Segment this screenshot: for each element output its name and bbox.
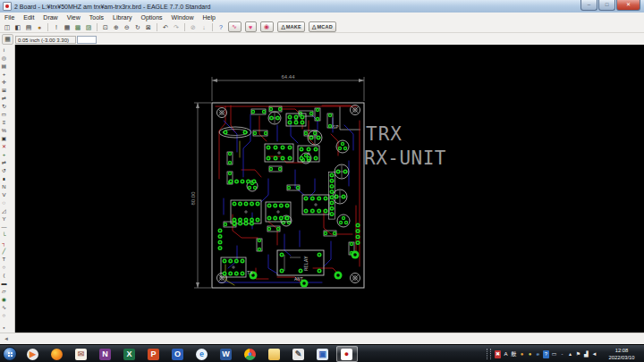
ratsnest-tool-button[interactable]: *	[0, 325, 7, 333]
rotate-tool-button[interactable]: ↻	[0, 103, 7, 110]
ime-mode-indicator[interactable]: 般	[511, 350, 517, 358]
pinswap-tool-button[interactable]: ⇄	[0, 159, 7, 166]
tray-app-1-icon[interactable]: ●	[519, 350, 525, 358]
board-switch-icon[interactable]: ◫	[3, 22, 13, 32]
via-tool-button[interactable]: ◉	[0, 296, 7, 303]
mcad-button[interactable]: ΔMCAD	[309, 21, 336, 32]
taskbar-firefox-button[interactable]	[47, 346, 68, 362]
taskbar-remote-desktop-button[interactable]: ▣	[312, 346, 334, 362]
miter-tool-button[interactable]: ◿	[0, 207, 7, 215]
security-tray-icon[interactable]: ✖	[495, 350, 501, 358]
cam-icon[interactable]: ●	[35, 22, 45, 32]
delete-tool-button[interactable]: ✕	[0, 143, 7, 150]
rect-tool-button[interactable]: ▬	[0, 280, 7, 287]
pcb-service-1-button[interactable]: ∿	[228, 21, 242, 32]
smash-tool-button[interactable]: ◌	[0, 199, 7, 206]
menu-library[interactable]: Library	[108, 14, 136, 21]
zoom-out-icon[interactable]: ⊖	[123, 22, 132, 32]
circle-tool-button[interactable]: ○	[0, 264, 7, 271]
taskbar-notes-tool-button[interactable]: ✎	[288, 346, 309, 362]
network-icon[interactable]: ▟	[583, 350, 589, 358]
menu-draw[interactable]: Draw	[38, 14, 62, 21]
taskbar-media-player-button[interactable]: ▶	[22, 346, 44, 362]
route-tool-button[interactable]: └	[0, 232, 7, 239]
taskbar-outlook-button[interactable]: O	[167, 346, 189, 362]
menu-window[interactable]: Window	[167, 14, 199, 21]
taskbar-powerpoint-button[interactable]: P	[143, 346, 165, 362]
copy-tool-button[interactable]: ⊞	[0, 87, 7, 94]
undo-icon[interactable]: ↶	[161, 22, 171, 32]
board-canvas[interactable]: SPRELAYANTTX 64.44 80.00 TRX RX-UNIT	[15, 45, 644, 333]
sheet-a-icon[interactable]: ▩	[73, 22, 83, 32]
mark-tool-button[interactable]: +	[0, 71, 7, 78]
zoom-select-icon[interactable]: ⊠	[144, 22, 154, 32]
info-tool-button[interactable]: i	[0, 46, 7, 54]
make-button[interactable]: ΔMAKE	[277, 21, 305, 32]
minimize-button[interactable]: –	[580, 0, 597, 11]
menu-options[interactable]: Options	[136, 14, 166, 21]
taskbar-ie-button[interactable]: e	[191, 346, 213, 362]
display-tool-button[interactable]: ▤	[0, 63, 7, 70]
group-tool-button[interactable]: ▭	[0, 111, 7, 118]
volume-icon[interactable]: ◄	[591, 350, 597, 358]
close-button[interactable]: ✕	[616, 0, 640, 11]
display-tray-icon[interactable]: ▭	[551, 350, 557, 358]
taskbar-mail-button[interactable]: ✉	[71, 346, 92, 362]
value-tool-button[interactable]: V	[0, 191, 7, 198]
hole-tool-button[interactable]: ○	[0, 312, 7, 319]
start-button[interactable]	[3, 347, 17, 361]
maximize-button[interactable]: □	[598, 0, 615, 11]
move-tool-button[interactable]: ✛	[0, 79, 7, 86]
action-center-flag-icon[interactable]: ⚑	[575, 350, 581, 358]
cut-tool-button[interactable]: %	[0, 127, 7, 134]
split-tool-button[interactable]: Y	[0, 215, 7, 223]
add-tool-button[interactable]: +	[0, 151, 7, 158]
mirror-tool-button[interactable]: ⇄	[0, 95, 7, 102]
text-tool-button[interactable]: T	[0, 256, 7, 263]
menu-file[interactable]: File	[0, 14, 19, 21]
tray-app-2-icon[interactable]: ●	[527, 350, 533, 358]
tray-dash-icon[interactable]: -	[559, 350, 565, 358]
wire-tool-button[interactable]: ╱	[0, 248, 7, 255]
go-icon[interactable]: ↓	[199, 22, 209, 32]
menu-edit[interactable]: Edit	[19, 14, 38, 21]
pcb-service-3-button[interactable]: ◉	[260, 21, 274, 32]
show-tool-button[interactable]: ◎	[0, 55, 7, 62]
arc-tool-button[interactable]: (	[0, 272, 7, 279]
command-input[interactable]	[77, 36, 97, 44]
print-icon[interactable]: ▤	[24, 22, 34, 32]
tray-app-3-icon[interactable]: e	[535, 350, 541, 358]
redo-icon[interactable]: ↷	[172, 22, 182, 32]
grid-button[interactable]: ▦	[2, 34, 13, 45]
menu-help[interactable]: Help	[199, 14, 220, 21]
signal-tool-button[interactable]: ∿	[0, 304, 7, 311]
taskbar-onenote-button[interactable]: N	[95, 346, 116, 362]
paste-tool-button[interactable]: ▣	[0, 135, 7, 142]
taskbar-explorer-button[interactable]	[264, 346, 285, 362]
name-tool-button[interactable]: N	[0, 183, 7, 190]
replace-tool-button[interactable]: ↺	[0, 167, 7, 174]
optimize-tool-button[interactable]: —	[0, 223, 7, 231]
zoom-in-icon[interactable]: ⊕	[112, 22, 122, 32]
taskbar-excel-button[interactable]: X	[119, 346, 140, 362]
lock-tool-button[interactable]: ∎	[0, 175, 7, 182]
sheet-b-icon[interactable]: ▨	[84, 22, 94, 32]
taskbar-word-button[interactable]: W	[216, 346, 237, 362]
zoom-fit-icon[interactable]: ⊡	[101, 22, 111, 32]
taskbar-eagle-app-button[interactable]: ●	[336, 346, 358, 362]
polygon-tool-button[interactable]: ▱	[0, 288, 7, 295]
taskbar-chrome-button[interactable]: ●	[240, 346, 261, 362]
save-icon[interactable]: ◧	[13, 22, 23, 32]
ime-alpha-indicator[interactable]: A	[503, 350, 509, 358]
stop-icon[interactable]: ⊘	[189, 22, 199, 32]
script-icon[interactable]: !	[52, 22, 62, 32]
zoom-redraw-icon[interactable]: ↻	[133, 22, 143, 32]
menu-view[interactable]: View	[63, 14, 85, 21]
ripup-tool-button[interactable]: ┐	[0, 240, 7, 247]
menu-tools[interactable]: Tools	[85, 14, 108, 21]
help-icon[interactable]: ?	[216, 22, 226, 32]
hidden-icons-arrow[interactable]: ▴	[567, 350, 573, 358]
change-tool-button[interactable]: ≡	[0, 119, 7, 126]
taskbar-clock[interactable]: 12:08 2022/03/10	[601, 345, 642, 362]
tray-help-icon[interactable]: ?	[543, 350, 549, 358]
